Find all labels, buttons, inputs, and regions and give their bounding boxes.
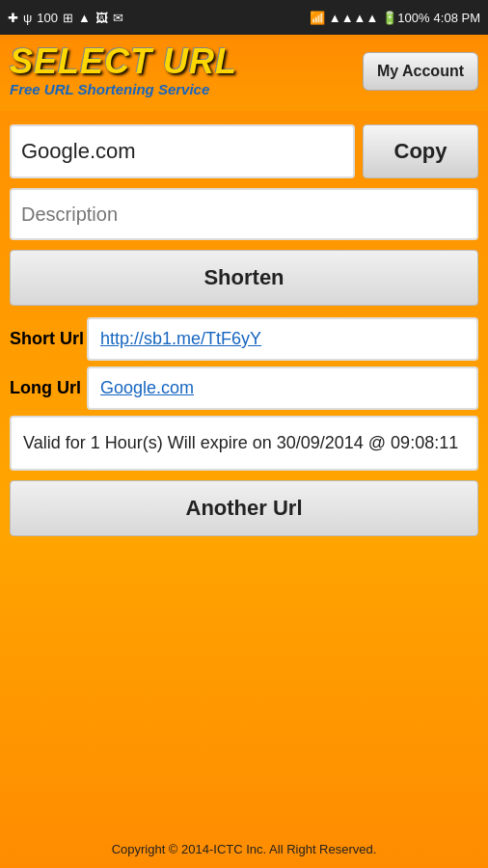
status-bar: ✚ ψ 100 ⊞ ▲ 🖼 ✉ 📶 ▲▲▲▲ 🔋100% 4:08 PM [0, 0, 488, 35]
battery-icon: 🔋100% [382, 11, 429, 25]
status-left-icons: ✚ ψ 100 ⊞ ▲ 🖼 ✉ [8, 11, 123, 25]
time-display: 4:08 PM [434, 11, 480, 25]
header: SELECT URL Free URL Shortening Service M… [0, 35, 488, 111]
signal-icon: ▲▲▲▲ [329, 11, 378, 25]
logo-area: SELECT URL Free URL Shortening Service [10, 44, 363, 97]
footer: Copyright © 2014-ICTC Inc. All Right Res… [0, 842, 488, 856]
short-url-row: Short Url http://sb1.me/TtF6yY [10, 317, 478, 361]
long-url-value[interactable]: Google.com [87, 366, 478, 410]
main-content: Copy Shorten Short Url http://sb1.me/TtF… [0, 111, 488, 546]
url-row: Copy [10, 124, 478, 178]
copyright-text: Copyright © 2014-ICTC Inc. All Right Res… [112, 842, 377, 856]
expiry-info: Valid for 1 Hour(s) Will expire on 30/09… [10, 416, 478, 471]
another-url-button[interactable]: Another Url [10, 480, 478, 536]
description-input[interactable] [10, 188, 478, 240]
copy-button[interactable]: Copy [363, 124, 478, 178]
alert-icon: ▲ [78, 11, 91, 25]
status-right-icons: 📶 ▲▲▲▲ 🔋100% 4:08 PM [310, 11, 480, 25]
sim-icon: ⊞ [63, 11, 73, 25]
wifi-icon: 📶 [310, 11, 325, 25]
short-url-label: Short Url [10, 329, 87, 349]
logo-subtitle: Free URL Shortening Service [10, 81, 363, 97]
my-account-button[interactable]: My Account [363, 52, 478, 91]
short-url-value[interactable]: http://sb1.me/TtF6yY [87, 317, 478, 361]
shorten-button[interactable]: Shorten [10, 250, 478, 306]
image-icon: 🖼 [95, 11, 108, 25]
long-url-label: Long Url [10, 378, 87, 398]
url-input[interactable] [10, 124, 355, 178]
add-icon: ✚ [8, 11, 18, 25]
logo-title: SELECT URL [10, 44, 363, 79]
battery-small-icon: 100 [37, 11, 58, 25]
mail-icon: ✉ [113, 11, 123, 25]
usb-icon: ψ [23, 11, 32, 25]
long-url-row: Long Url Google.com [10, 366, 478, 410]
